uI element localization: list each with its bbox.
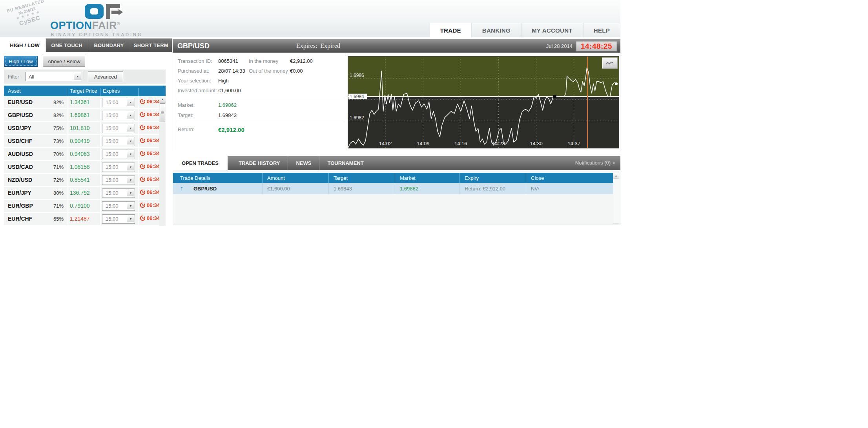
expiry-value: 15:00 bbox=[106, 112, 119, 118]
chevron-down-icon[interactable]: ▼ bbox=[127, 163, 134, 170]
chevron-down-icon[interactable]: ▼ bbox=[127, 189, 134, 196]
asset-row[interactable]: GBP/USD 82% 1.69861 15:00 ▼ 06:34 bbox=[4, 109, 166, 122]
asset-target-price: 0.94063 bbox=[70, 151, 90, 157]
tab-news[interactable]: NEWS bbox=[288, 156, 319, 170]
countdown-clock-icon bbox=[140, 124, 146, 130]
column-divider bbox=[138, 200, 139, 212]
above-below-toggle-button[interactable]: Above / Below bbox=[43, 56, 85, 67]
expiry-select[interactable]: 15:00 ▼ bbox=[102, 176, 135, 185]
column-header: Expiry bbox=[460, 173, 526, 183]
column-divider bbox=[67, 122, 67, 134]
chevron-down-icon[interactable]: ▼ bbox=[127, 99, 134, 106]
return-label: Return: bbox=[178, 126, 195, 132]
asset-list-scrollbar[interactable]: ▲ bbox=[159, 96, 166, 226]
nav-tab-my-account[interactable]: MY ACCOUNT bbox=[521, 23, 583, 37]
chevron-down-icon[interactable]: ▼ bbox=[127, 176, 134, 183]
trade-target: 1.69843 bbox=[328, 183, 395, 194]
digital-clock: 14:48:25 bbox=[576, 41, 617, 51]
notifications-dropdown[interactable]: Notifications (0)▼ bbox=[575, 160, 616, 166]
asset-payout-percent: 75% bbox=[43, 125, 64, 131]
asset-row[interactable]: NZD/USD 72% 0.85541 15:00 ▼ 06:34 bbox=[4, 174, 166, 187]
asset-row[interactable]: EUR/JPY 80% 136.792 15:00 ▼ 06:34 bbox=[4, 187, 166, 200]
chevron-down-icon[interactable]: ▼ bbox=[127, 202, 134, 209]
countdown: 06:34 bbox=[140, 189, 160, 195]
column-divider bbox=[138, 174, 139, 186]
tab-tournament[interactable]: TOURNAMENT bbox=[319, 156, 371, 170]
market-value: 1.69862 bbox=[218, 102, 237, 108]
chevron-down-icon[interactable]: ▼ bbox=[127, 215, 134, 222]
expiry-select[interactable]: 15:00 ▼ bbox=[102, 201, 135, 211]
chevron-down-icon[interactable]: ▼ bbox=[127, 137, 134, 144]
scrollbar-thumb[interactable] bbox=[160, 103, 165, 122]
asset-pair-label: EUR/JPY bbox=[8, 190, 31, 196]
tab-boundary[interactable]: BOUNDARY bbox=[88, 38, 130, 52]
asset-row[interactable]: USD/CHF 73% 0.90419 15:00 ▼ 06:34 bbox=[4, 135, 166, 148]
transaction-details: Transaction ID: 8065341 In the money €2,… bbox=[178, 53, 346, 151]
column-divider bbox=[100, 109, 101, 121]
tab-short-term[interactable]: SHORT TERM bbox=[130, 38, 172, 52]
asset-row[interactable]: EUR/GBP 71% 0.79100 15:00 ▼ 06:34 bbox=[4, 200, 166, 213]
countdown-time: 06:34 bbox=[147, 176, 160, 182]
tab-high-low[interactable]: HIGH / LOW bbox=[4, 38, 46, 52]
asset-rows: EUR/USD 82% 1.34361 15:00 ▼ 06:34 GBP/US… bbox=[4, 96, 166, 226]
optionfair-app: EU REGULATED № 216/13 ★ ★ ★ ★ ★ CySEC OP… bbox=[0, 0, 620, 226]
asset-target-price: 1.08158 bbox=[70, 164, 90, 170]
tab-open-trades[interactable]: OPEN TRADES bbox=[173, 156, 228, 170]
asset-target-price: 1.21487 bbox=[70, 216, 90, 222]
expiry-select[interactable]: 15:00 ▼ bbox=[102, 150, 135, 159]
expiry-select[interactable]: 15:00 ▼ bbox=[102, 163, 135, 172]
expiry-value: 15:00 bbox=[106, 125, 119, 131]
svg-text:14:16: 14:16 bbox=[454, 141, 467, 146]
asset-target-price: 1.34361 bbox=[70, 99, 90, 105]
column-divider bbox=[138, 187, 139, 199]
expiry-value: 15:00 bbox=[106, 190, 119, 196]
scroll-up-arrow-icon[interactable]: ▲ bbox=[613, 173, 619, 179]
trade-row[interactable]: ↑ GBP/USD €1,600.00 1.69843 1.69862 Retu… bbox=[173, 183, 614, 194]
filter-select[interactable]: All ▼ bbox=[26, 72, 82, 81]
asset-payout-percent: 71% bbox=[43, 164, 64, 170]
asset-row[interactable]: EUR/CHF 65% 1.21487 15:00 ▼ 06:34 bbox=[4, 213, 166, 226]
top-header: EU REGULATED № 216/13 ★ ★ ★ ★ ★ CySEC OP… bbox=[0, 0, 620, 37]
column-divider bbox=[100, 200, 101, 212]
expiry-value: 15:00 bbox=[106, 203, 119, 209]
chevron-down-icon[interactable]: ▼ bbox=[127, 150, 134, 157]
asset-row[interactable]: AUD/USD 70% 0.94063 15:00 ▼ 06:34 bbox=[4, 148, 166, 161]
countdown: 06:34 bbox=[140, 137, 160, 143]
advanced-filter-button[interactable]: Advanced bbox=[88, 71, 123, 82]
nav-tab-trade[interactable]: TRADE bbox=[430, 23, 472, 37]
scroll-up-arrow-icon[interactable]: ▲ bbox=[159, 96, 166, 102]
expiry-select[interactable]: 15:00 ▼ bbox=[102, 98, 135, 107]
high-low-toggle-button[interactable]: High / Low bbox=[4, 56, 38, 67]
trades-scrollbar[interactable]: ▲ bbox=[613, 173, 619, 224]
column-divider bbox=[138, 96, 139, 108]
chart-type-button[interactable] bbox=[602, 58, 617, 68]
asset-pair-label: EUR/GBP bbox=[8, 203, 33, 209]
tab-trade-history[interactable]: TRADE HISTORY bbox=[231, 156, 288, 170]
brand-tagline: BINARY OPTIONS TRADING bbox=[51, 32, 142, 37]
asset-row[interactable]: USD/CAD 71% 1.08158 15:00 ▼ 06:34 bbox=[4, 161, 166, 174]
column-divider bbox=[67, 109, 67, 121]
countdown-time: 06:34 bbox=[147, 163, 160, 169]
chevron-down-icon[interactable]: ▼ bbox=[127, 112, 134, 119]
expiry-select[interactable]: 15:00 ▼ bbox=[102, 214, 135, 224]
expiry-value: 15:00 bbox=[106, 99, 119, 105]
asset-row[interactable]: EUR/USD 82% 1.34361 15:00 ▼ 06:34 bbox=[4, 96, 166, 109]
expiry-select[interactable]: 15:00 ▼ bbox=[102, 124, 135, 133]
countdown-time: 06:34 bbox=[147, 99, 160, 104]
asset-payout-percent: 71% bbox=[43, 203, 64, 209]
chevron-down-icon[interactable]: ▼ bbox=[127, 124, 134, 132]
expiry-select[interactable]: 15:00 ▼ bbox=[102, 188, 135, 198]
column-header: Target bbox=[328, 173, 395, 183]
expiry-select[interactable]: 15:00 ▼ bbox=[102, 111, 135, 120]
nav-tab-help[interactable]: HELP bbox=[583, 23, 620, 37]
nav-tab-banking[interactable]: BANKING bbox=[472, 23, 521, 37]
asset-target-price: 0.90419 bbox=[70, 138, 90, 144]
countdown-clock-icon bbox=[140, 176, 146, 182]
field-value: €2,912.00 bbox=[290, 58, 313, 64]
asset-row[interactable]: USD/JPY 75% 101.810 15:00 ▼ 06:34 bbox=[4, 122, 166, 135]
field-label: Invested amount: bbox=[178, 88, 217, 93]
column-header-target-price: Target Price bbox=[70, 88, 97, 94]
chevron-down-icon[interactable]: ▼ bbox=[74, 73, 81, 80]
tab-one-touch[interactable]: ONE TOUCH bbox=[46, 38, 88, 52]
expiry-select[interactable]: 15:00 ▼ bbox=[102, 137, 135, 146]
